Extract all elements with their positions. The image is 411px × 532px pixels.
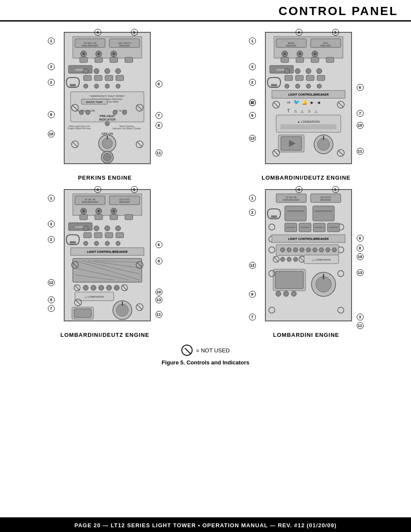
page-title: CONTROL PANEL xyxy=(278,4,398,18)
svg-point-44 xyxy=(79,110,84,115)
callout-11-perkins: 11 xyxy=(156,149,162,156)
svg-text:BREAKER: BREAKER xyxy=(119,44,130,47)
svg-rect-93 xyxy=(306,75,314,81)
svg-rect-205 xyxy=(271,215,277,218)
svg-rect-25 xyxy=(84,75,91,81)
callout-11-lb: 11 xyxy=(357,322,364,329)
svg-point-234 xyxy=(326,248,330,252)
callout-7-ld2: 7 xyxy=(48,305,55,312)
svg-rect-91 xyxy=(285,75,293,81)
callout-3-ld2: 3 xyxy=(48,221,55,227)
svg-point-61 xyxy=(103,153,111,161)
svg-point-161 xyxy=(84,241,88,246)
svg-text:LIGHT CONTROL/BREAKER: LIGHT CONTROL/BREAKER xyxy=(288,237,328,240)
svg-rect-192 xyxy=(74,309,91,317)
callout-1-perkins: 1 xyxy=(48,37,55,44)
svg-rect-17 xyxy=(125,57,133,62)
svg-point-22 xyxy=(105,68,110,74)
callout-10-ld1: 10 xyxy=(357,122,364,129)
svg-point-97 xyxy=(306,84,311,88)
svg-rect-160 xyxy=(116,233,124,238)
svg-point-11 xyxy=(97,53,100,55)
svg-rect-27 xyxy=(105,75,113,81)
label-perkins: PERKINS ENGINE xyxy=(78,174,132,181)
callout-6-ld2: 6 xyxy=(156,241,162,248)
callout-6-ld1: 6 xyxy=(357,84,364,91)
callout-3-lb: 3 xyxy=(357,314,364,320)
legend-text: = NOT USED xyxy=(196,347,230,354)
svg-point-238 xyxy=(280,257,285,261)
svg-rect-148 xyxy=(110,215,118,220)
callout-5-ld2: 5 xyxy=(131,186,138,193)
callout-5-lb: 5 xyxy=(332,186,339,193)
svg-point-182 xyxy=(99,285,104,290)
callout-1-lb: 1 xyxy=(249,195,256,202)
svg-text:MAIN BREAKER: MAIN BREAKER xyxy=(283,199,299,201)
callout-12-ld1: 12 xyxy=(249,99,256,106)
svg-rect-115 xyxy=(276,115,341,132)
svg-text:LIGHT CONTROL/BREAKER: LIGHT CONTROL/BREAKER xyxy=(87,250,127,253)
page-header: CONTROL PANEL xyxy=(0,0,411,22)
callout-10-ld2: 10 xyxy=(156,289,162,296)
callout-1-ld2: 1 xyxy=(48,195,55,202)
svg-point-239 xyxy=(287,257,291,261)
footer-text: PAGE 20 — LT12 SERIES LIGHT TOWER • OPER… xyxy=(75,522,337,529)
svg-point-58 xyxy=(102,138,112,149)
svg-point-228 xyxy=(287,248,291,252)
svg-rect-82 xyxy=(311,57,319,62)
svg-text:△: △ xyxy=(314,109,318,113)
svg-point-163 xyxy=(105,241,109,246)
svg-text:🐦: 🐦 xyxy=(293,99,300,105)
svg-rect-206 xyxy=(285,206,306,221)
svg-text:◀: ◀ xyxy=(317,100,320,105)
svg-rect-81 xyxy=(296,57,304,62)
callout-13-ld2: 13 xyxy=(156,296,162,303)
svg-rect-90 xyxy=(271,84,277,87)
callout-4-perkins: 4 xyxy=(94,29,101,36)
svg-point-180 xyxy=(83,285,88,290)
callout-8-ld2: 8 xyxy=(156,258,162,264)
svg-point-21 xyxy=(94,68,99,74)
svg-rect-26 xyxy=(94,75,102,81)
svg-text:WATER TEMP: WATER TEMP xyxy=(86,101,103,103)
panel-lombardini-svg: 20 VAC AN MAIN BREAKER 125 VGFCI BREAKER xyxy=(248,185,364,327)
callout-5-perkins: 5 xyxy=(131,29,138,36)
svg-point-154 xyxy=(105,226,110,231)
callout-13-ld1: 13 xyxy=(249,135,256,142)
svg-point-86 xyxy=(284,68,290,74)
svg-line-257 xyxy=(185,348,191,354)
svg-point-45 xyxy=(86,110,90,115)
svg-point-95 xyxy=(285,84,289,88)
svg-rect-24 xyxy=(70,84,76,87)
svg-rect-246 xyxy=(275,271,303,289)
panel-ld2-svg-wrapper: 20 VAC AN MAIN BREAKER 125 VGFCI BREAKER xyxy=(47,185,163,329)
svg-text:LIGHT CONTROL/BREAKER: LIGHT CONTROL/BREAKER xyxy=(288,93,328,96)
svg-point-233 xyxy=(319,248,324,252)
content-area: 20 VAC AN MAIN BREAKER 125 VGFCI BREAKER xyxy=(0,22,411,372)
svg-point-141 xyxy=(82,210,85,212)
callout-10-perkins: 10 xyxy=(48,131,55,137)
svg-point-164 xyxy=(116,241,120,246)
svg-text:⚠: ⚠ xyxy=(308,109,311,113)
callout-8-perkins: 8 xyxy=(156,122,162,129)
svg-text:BREAKER: BREAKER xyxy=(286,44,296,47)
svg-rect-156 xyxy=(70,241,76,244)
svg-text:▲ LOMBARDINI: ▲ LOMBARDINI xyxy=(297,120,319,123)
svg-point-249 xyxy=(291,291,296,296)
callout-11-ld1: 11 xyxy=(357,148,364,155)
svg-point-75 xyxy=(283,53,286,55)
callout-8-lb: 8 xyxy=(357,245,364,252)
callout-10-lb: 10 xyxy=(357,253,364,260)
svg-point-96 xyxy=(296,84,300,88)
page-footer: PAGE 20 — LT12 SERIES LIGHT TOWER • OPER… xyxy=(0,517,411,532)
callout-11-ld2: 11 xyxy=(156,311,162,318)
callout-4-lb: 4 xyxy=(296,186,302,193)
svg-point-48 xyxy=(122,110,127,115)
panel-perkins-svg: 20 VAC AN MAIN BREAKER 125 VGFCI BREAKER xyxy=(47,28,163,170)
svg-rect-94 xyxy=(317,75,325,81)
svg-point-77 xyxy=(299,53,301,55)
svg-point-162 xyxy=(94,241,99,246)
callout-5-ld1: 5 xyxy=(332,29,339,36)
callout-6-lb: 6 xyxy=(357,235,364,242)
callout-7-perkins: 7 xyxy=(156,112,162,119)
